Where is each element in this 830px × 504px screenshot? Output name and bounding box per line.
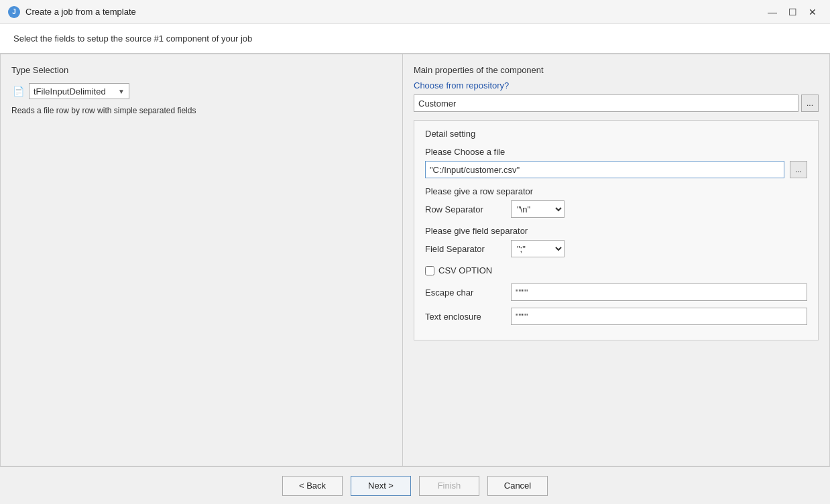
detail-setting-title: Detail setting — [425, 129, 807, 139]
type-selector-row: 📄 tFileInputDelimited ▼ — [11, 83, 392, 99]
app-icon: J — [8, 6, 20, 18]
detail-setting-box: Detail setting Please Choose a file ... … — [414, 120, 819, 340]
main-props-title: Main properties of the component — [414, 65, 819, 75]
minimize-button[interactable]: — — [763, 5, 782, 19]
csv-option-row: CSV OPTION — [425, 265, 807, 275]
dropdown-arrow-icon: ▼ — [118, 88, 125, 95]
file-path-row: ... — [425, 161, 807, 178]
type-selection-title: Type Selection — [11, 65, 392, 75]
row-separator-row: Row Separator "\n" "\r" "\r\n" — [425, 200, 807, 218]
csv-option-checkbox[interactable] — [425, 266, 434, 275]
choose-file-label: Please Choose a file — [425, 147, 807, 157]
app-icon-text: J — [12, 8, 16, 15]
type-description: Reads a file row by row with simple sepa… — [11, 106, 392, 115]
field-separator-select[interactable]: ";" "," "\t" — [511, 240, 565, 257]
row-separator-label: Please give a row separator — [425, 186, 807, 196]
file-icon: 📄 — [11, 84, 25, 98]
text-enclosure-label: Text enclosure — [425, 312, 506, 322]
escape-char-input[interactable] — [511, 284, 807, 301]
row-separator-group: Please give a row separator Row Separato… — [425, 186, 807, 218]
file-path-input[interactable] — [425, 161, 784, 178]
file-chooser-group: Please Choose a file ... — [425, 147, 807, 178]
type-dropdown-value: tFileInputDelimited — [34, 86, 106, 97]
right-panel: Main properties of the component Choose … — [403, 54, 829, 466]
cancel-button[interactable]: Cancel — [487, 476, 548, 496]
escape-char-row: Escape char — [425, 284, 807, 301]
repo-input[interactable] — [414, 94, 798, 112]
file-browse-button[interactable]: ... — [790, 161, 807, 178]
csv-option-label: CSV OPTION — [438, 265, 492, 275]
row-separator-field-label: Row Separator — [425, 204, 506, 214]
instruction-text: Select the fields to setup the source #1… — [13, 34, 252, 44]
escape-char-label: Escape char — [425, 288, 506, 298]
field-separator-label: Please give field separator — [425, 226, 807, 236]
close-button[interactable]: ✕ — [803, 5, 822, 19]
text-enclosure-input[interactable] — [511, 308, 807, 325]
choose-repo-label: Choose from repository? — [414, 80, 819, 90]
next-button[interactable]: Next > — [351, 476, 411, 496]
text-enclosure-row: Text enclosure — [425, 308, 807, 325]
window-controls: — ☐ ✕ — [763, 5, 822, 19]
repo-browse-button[interactable]: ... — [801, 94, 819, 112]
title-bar: J Create a job from a template — ☐ ✕ — [0, 0, 830, 24]
title-bar-left: J Create a job from a template — [8, 6, 136, 18]
bottom-bar: < Back Next > Finish Cancel — [0, 466, 830, 504]
instruction-bar: Select the fields to setup the source #1… — [0, 24, 830, 54]
finish-button: Finish — [419, 476, 479, 496]
maximize-button[interactable]: ☐ — [783, 5, 802, 19]
type-dropdown[interactable]: tFileInputDelimited ▼ — [29, 83, 129, 99]
field-separator-row: Field Separator ";" "," "\t" — [425, 240, 807, 257]
row-separator-select[interactable]: "\n" "\r" "\r\n" — [511, 200, 565, 218]
window-title: Create a job from a template — [25, 7, 136, 17]
repo-row: ... — [414, 94, 819, 112]
back-button[interactable]: < Back — [282, 476, 343, 496]
main-content: Type Selection 📄 tFileInputDelimited ▼ R… — [0, 54, 830, 466]
left-panel: Type Selection 📄 tFileInputDelimited ▼ R… — [1, 54, 403, 466]
field-separator-field-label: Field Separator — [425, 244, 506, 254]
field-separator-group: Please give field separator Field Separa… — [425, 226, 807, 257]
